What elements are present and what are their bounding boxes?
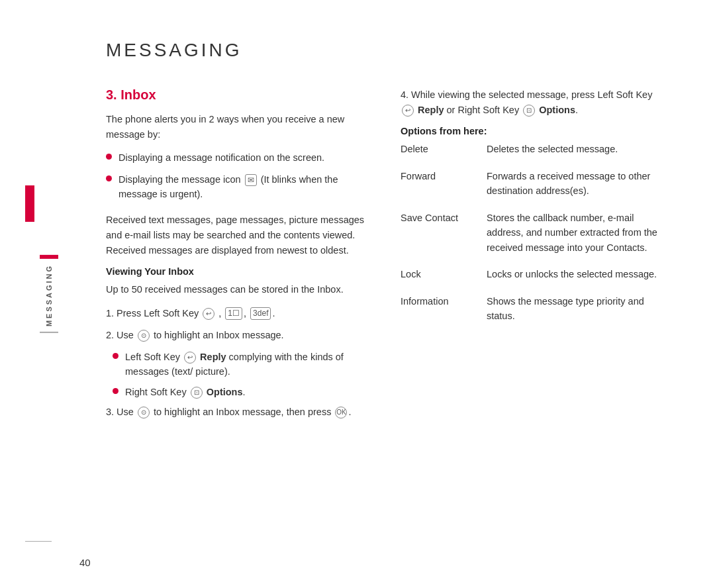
viewing-intro: Up to 50 received messages can be stored… <box>106 282 367 297</box>
sidebar-label: MESSAGING <box>40 255 58 333</box>
table-row: Lock Locks or unlocks the selected messa… <box>401 267 662 293</box>
accent-block <box>25 185 34 222</box>
list-item: Displaying a message notification on the… <box>106 150 367 165</box>
step-3: 3. Use ⊙ to highlight an Inbox message, … <box>106 405 367 420</box>
step-2: 2. Use ⊙ to highlight an Inbox message. <box>106 328 367 343</box>
step-4: 4. While viewing the selected message, p… <box>401 87 662 118</box>
table-row: Save Contact Stores the callback number,… <box>401 211 662 267</box>
bullet-text-2: Displaying the message icon ✉ (It blinks… <box>119 172 367 202</box>
right-soft-key-icon-2: ⊡ <box>523 105 535 117</box>
table-row: Forward Forwards a received message to o… <box>401 169 662 211</box>
options-table: Delete Deletes the selected message. For… <box>401 142 662 335</box>
bullet-text-1: Displaying a message notification on the… <box>119 150 324 165</box>
list-item: Left Soft Key ↩ Reply complying with the… <box>113 350 367 379</box>
key-3-icon: 3def <box>250 307 271 320</box>
step2-bullet-2: Right Soft Key ⊡ Options. <box>125 385 246 399</box>
body-paragraph: Received text messages, page messages, p… <box>106 213 367 259</box>
intro-text: The phone alerts you in 2 ways when you … <box>106 112 367 142</box>
separator-line <box>25 541 52 542</box>
key-1-icon: 1☐ <box>225 307 242 320</box>
page-container: MESSAGING MESSAGING 3. Inbox The phone a… <box>0 0 715 588</box>
option-term-forward: Forward <box>401 169 487 211</box>
option-desc-forward: Forwards a received message to other des… <box>487 169 662 211</box>
option-desc-lock: Locks or unlocks the selected message. <box>487 267 662 293</box>
left-column: 3. Inbox The phone alerts you in 2 ways … <box>106 87 367 427</box>
envelope-icon: ✉ <box>245 174 257 187</box>
step-1: 1. Press Left Soft Key ↩ , 1☐, 3def. <box>106 306 367 321</box>
option-desc-save-contact: Stores the callback number, e-mail addre… <box>487 211 662 267</box>
left-soft-key-icon-3: ↩ <box>402 105 414 117</box>
nav-icon: ⊙ <box>138 330 150 342</box>
options-heading: Options from here: <box>401 126 662 136</box>
bullet-dot <box>106 154 112 160</box>
sidebar-bar-top <box>40 255 58 259</box>
option-desc-delete: Deletes the selected message. <box>487 142 662 168</box>
section-heading: 3. Inbox <box>106 87 367 103</box>
page-number: 40 <box>79 557 91 568</box>
table-row: Delete Deletes the selected message. <box>401 142 662 168</box>
list-item: Right Soft Key ⊡ Options. <box>113 385 367 399</box>
table-row: Information Shows the message type prior… <box>401 294 662 336</box>
ok-icon: OK <box>335 407 347 418</box>
list-item: Displaying the message icon ✉ (It blinks… <box>106 172 367 202</box>
option-term-delete: Delete <box>401 142 487 168</box>
nav-icon-2: ⊙ <box>138 407 150 418</box>
option-term-save-contact: Save Contact <box>401 211 487 267</box>
right-column: 4. While viewing the selected message, p… <box>401 87 662 427</box>
content-columns: 3. Inbox The phone alerts you in 2 ways … <box>106 87 662 427</box>
option-desc-information: Shows the message type priority and stat… <box>487 294 662 336</box>
left-soft-key-icon-2: ↩ <box>184 352 196 364</box>
option-term-information: Information <box>401 294 487 336</box>
viewing-heading: Viewing Your Inbox <box>106 266 367 277</box>
right-soft-key-icon: ⊡ <box>191 387 203 399</box>
step2-bullet-1: Left Soft Key ↩ Reply complying with the… <box>125 350 367 379</box>
sidebar-bar-bottom <box>40 332 58 333</box>
sidebar-text: MESSAGING <box>45 264 53 326</box>
left-soft-key-icon: ↩ <box>203 308 215 320</box>
step2-bullet-list: Left Soft Key ↩ Reply complying with the… <box>113 350 367 399</box>
option-term-lock: Lock <box>401 267 487 293</box>
page-title: MESSAGING <box>106 40 662 61</box>
bullet-dot <box>113 353 119 359</box>
bullet-dot <box>113 388 119 394</box>
bullet-list: Displaying a message notification on the… <box>106 150 367 201</box>
bullet-dot <box>106 175 112 181</box>
